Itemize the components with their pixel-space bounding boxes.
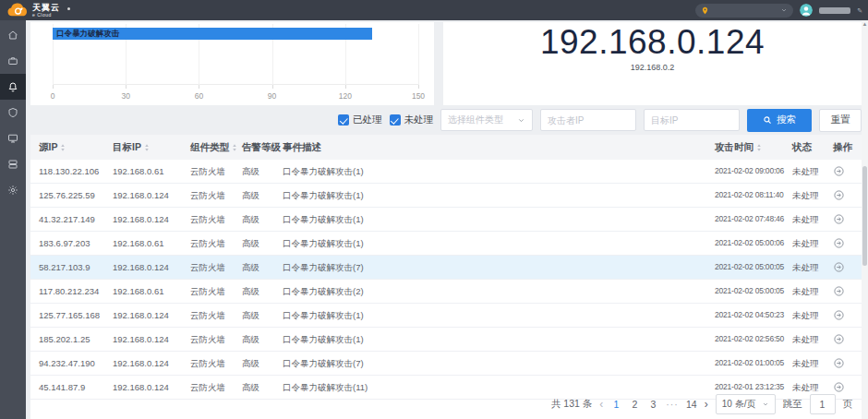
region-selector[interactable] xyxy=(695,4,793,18)
sort-icon[interactable] xyxy=(756,143,762,152)
page-number[interactable]: 3 xyxy=(647,399,658,410)
sidebar-item-shield[interactable] xyxy=(0,100,26,126)
cell-target_ip: 192.168.0.124 xyxy=(104,328,182,351)
cell-status: 未处理 xyxy=(784,304,825,327)
cell-component: 云防火墙 xyxy=(182,352,234,375)
sidebar-item-home[interactable] xyxy=(0,22,26,48)
search-button[interactable]: 搜索 xyxy=(747,109,812,132)
next-page-button[interactable]: › xyxy=(705,399,708,410)
cell-source_ip: 45.141.87.9 xyxy=(30,376,104,399)
reset-button[interactable]: 重置 xyxy=(819,109,862,132)
view-detail-arrow-icon[interactable] xyxy=(833,333,845,345)
attacker-ip-input[interactable] xyxy=(540,109,636,131)
cell-target_ip: 192.168.0.124 xyxy=(104,256,182,279)
table-row[interactable]: 125.77.165.168192.168.0.124云防火墙高级口令暴力破解攻… xyxy=(30,304,862,328)
scrollbar-up-arrow-icon[interactable]: ▲ xyxy=(862,21,868,27)
server-icon xyxy=(7,159,18,170)
column-header[interactable]: 源IP xyxy=(30,135,104,160)
status-filters: 已处理未处理 xyxy=(338,114,433,126)
table-body: 118.130.22.106192.168.0.61云防火墙高级口令暴力破解攻击… xyxy=(30,160,862,400)
page-size-select[interactable]: 10 条/页 xyxy=(716,394,776,414)
chart-axis-tick xyxy=(53,85,54,89)
chart-tick-label: 90 xyxy=(268,91,276,101)
view-detail-arrow-icon[interactable] xyxy=(833,357,845,369)
checkbox-checked-icon xyxy=(338,114,349,126)
table-row[interactable]: 94.232.47.190192.168.0.124云防火墙高级口令暴力破解攻击… xyxy=(30,352,862,376)
table-row[interactable]: 117.80.212.234192.168.0.61云防火墙高级口令暴力破解攻击… xyxy=(30,280,862,304)
cell-operation xyxy=(825,328,862,351)
home-icon xyxy=(7,30,18,41)
cell-status: 未处理 xyxy=(784,160,825,183)
target-ip-input[interactable] xyxy=(644,109,740,131)
cell-event: 口令暴力破解攻击(1) xyxy=(274,208,706,231)
view-detail-arrow-icon[interactable] xyxy=(833,237,845,249)
view-detail-arrow-icon[interactable] xyxy=(833,165,845,177)
avatar-icon xyxy=(800,4,813,17)
cell-event: 口令暴力破解攻击(1) xyxy=(274,160,706,183)
cell-level: 高级 xyxy=(234,256,274,279)
table-row[interactable]: 185.202.1.25192.168.0.124云防火墙高级口令暴力破解攻击(… xyxy=(30,328,862,352)
page-number[interactable]: 1 xyxy=(610,399,621,410)
gear-icon xyxy=(7,185,18,196)
prev-page-button[interactable]: ‹ xyxy=(599,399,603,410)
cell-source_ip: 58.217.103.9 xyxy=(30,256,104,279)
briefcase-icon xyxy=(7,55,18,66)
cell-time: 2021-02-02 08:11:40 xyxy=(706,184,784,207)
view-detail-arrow-icon[interactable] xyxy=(833,309,845,321)
view-detail-arrow-icon[interactable] xyxy=(833,381,845,393)
table-row[interactable]: 41.32.217.149192.168.0.124云防火墙高级口令暴力破解攻击… xyxy=(30,208,862,232)
scrollbar-thumb[interactable] xyxy=(862,166,867,266)
sort-icon[interactable] xyxy=(144,143,150,152)
username-masked[interactable] xyxy=(819,7,850,14)
attack-type-chart-panel: 0306090120150口令暴力破解攻击 xyxy=(30,22,434,105)
view-detail-arrow-icon[interactable] xyxy=(833,285,845,297)
cell-target_ip: 192.168.0.61 xyxy=(104,280,182,303)
cell-source_ip: 183.6.97.203 xyxy=(30,232,104,255)
table-row[interactable]: 118.130.22.106192.168.0.61云防火墙高级口令暴力破解攻击… xyxy=(30,160,862,184)
table-row[interactable]: 183.6.97.203192.168.0.61云防火墙高级口令暴力破解攻击(1… xyxy=(30,232,862,256)
cell-event: 口令暴力破解攻击(7) xyxy=(274,256,706,279)
cell-status: 未处理 xyxy=(784,256,825,279)
column-header: 事件描述 xyxy=(274,135,706,160)
sidebar-item-server[interactable] xyxy=(0,151,26,177)
top-attacked-ip-panel: 192.168.0.124 192.168.0.2 xyxy=(443,22,862,105)
component-type-select[interactable]: 选择组件类型 xyxy=(440,109,533,131)
monitor-icon xyxy=(7,133,18,144)
chart-axis-tick xyxy=(199,85,199,89)
cell-level: 高级 xyxy=(234,184,274,207)
page-number[interactable]: 2 xyxy=(629,399,640,410)
cell-operation xyxy=(825,208,862,231)
user-avatar[interactable] xyxy=(800,4,813,17)
cell-level: 高级 xyxy=(234,352,274,375)
brand-logo[interactable]: 天翼云 e Cloud xyxy=(6,3,70,18)
cell-target_ip: 192.168.0.124 xyxy=(104,184,182,207)
filter-checkbox-unprocessed[interactable]: 未处理 xyxy=(390,114,434,126)
page-number[interactable]: 14 xyxy=(686,399,697,410)
sidebar-item-bell[interactable] xyxy=(0,74,26,100)
table-row[interactable]: 58.217.103.9192.168.0.124云防火墙高级口令暴力破解攻击(… xyxy=(30,256,862,280)
cell-source_ip: 118.130.22.106 xyxy=(30,160,104,183)
column-header[interactable]: 攻击时间 xyxy=(706,135,784,160)
chart-bar[interactable]: 口令暴力破解攻击 xyxy=(53,28,372,40)
sidebar-item-gear[interactable] xyxy=(0,177,26,203)
view-detail-arrow-icon[interactable] xyxy=(833,213,845,225)
table-row[interactable]: 125.76.225.59192.168.0.124云防火墙高级口令暴力破解攻击… xyxy=(30,184,862,208)
cell-time: 2021-02-02 05:00:06 xyxy=(706,232,784,255)
page-scrollbar[interactable]: ▲ xyxy=(862,20,868,419)
sort-icon[interactable] xyxy=(60,143,66,152)
jump-page-input[interactable] xyxy=(810,394,836,414)
column-label: 状态 xyxy=(792,141,812,154)
column-label: 源IP xyxy=(39,141,57,154)
column-header[interactable]: 组件类型 xyxy=(182,135,234,160)
sidebar-item-briefcase[interactable] xyxy=(0,48,26,74)
cell-component: 云防火墙 xyxy=(182,376,234,399)
sidebar-item-monitor[interactable] xyxy=(0,126,26,151)
filter-checkbox-processed[interactable]: 已处理 xyxy=(338,114,382,126)
column-label: 操作 xyxy=(833,141,852,154)
chart-tick-label: 150 xyxy=(412,91,425,101)
view-detail-arrow-icon[interactable] xyxy=(833,189,845,201)
chevron-down-icon xyxy=(762,401,769,408)
column-header[interactable]: 目标IP xyxy=(104,135,182,160)
view-detail-arrow-icon[interactable] xyxy=(833,261,845,273)
checkbox-label: 已处理 xyxy=(353,114,382,126)
